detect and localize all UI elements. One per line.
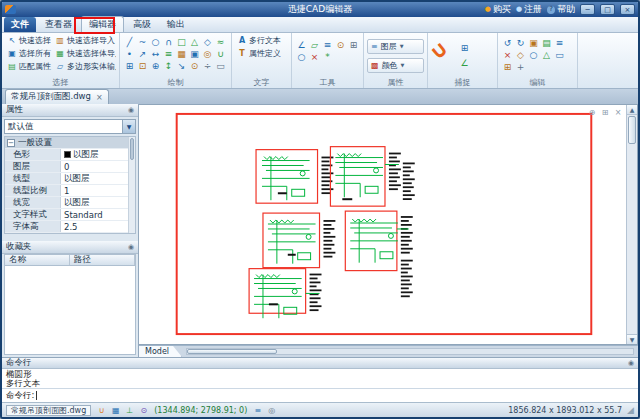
minimize-button[interactable]: ─ bbox=[580, 4, 595, 15]
command-history[interactable]: 椭圆形 多行文本 bbox=[2, 369, 638, 389]
cad-drawing[interactable] bbox=[139, 105, 626, 344]
extend-icon[interactable]: ▭ bbox=[553, 49, 566, 61]
tab-editor[interactable]: 编辑器 bbox=[81, 16, 124, 32]
rotate-icon[interactable]: ○ bbox=[527, 49, 540, 61]
xline-icon[interactable]: ↔ bbox=[149, 48, 162, 60]
help-button[interactable]: ? 帮助 bbox=[547, 3, 575, 16]
favorites-col-path[interactable]: 路径 bbox=[70, 255, 135, 265]
polyline-icon[interactable]: ~ bbox=[136, 36, 149, 48]
property-row-lineweight[interactable]: 线宽 以图层 bbox=[5, 197, 128, 209]
command-input[interactable]: 命令行: bbox=[2, 389, 638, 402]
vertical-scrollbar[interactable]: ▲ ▼ bbox=[626, 105, 637, 344]
erase-icon[interactable]: × bbox=[501, 49, 514, 61]
property-row-textstyle[interactable]: 文字样式 Standard bbox=[5, 209, 128, 221]
vertical-scroll-thumb[interactable] bbox=[628, 116, 636, 144]
hatch-icon[interactable]: ▦ bbox=[175, 48, 188, 60]
trim-icon[interactable]: △ bbox=[540, 49, 553, 61]
property-row-linetype[interactable]: 线型 以图层 bbox=[5, 173, 128, 185]
options-icon[interactable]: * bbox=[321, 51, 334, 63]
select-all-button[interactable]: ▣ 选择所有 bbox=[5, 47, 53, 60]
favorites-list[interactable] bbox=[4, 266, 136, 355]
circle-icon[interactable]: ○ bbox=[149, 36, 162, 48]
array-icon[interactable]: ≡ bbox=[553, 37, 566, 49]
area-icon[interactable]: ▱ bbox=[308, 39, 321, 51]
horizontal-scrollbar[interactable] bbox=[186, 348, 634, 355]
property-row-textheight[interactable]: 字体高 2.5 bbox=[5, 221, 128, 233]
purge-icon[interactable]: × bbox=[308, 51, 321, 63]
grid-status-icon[interactable]: ▦ bbox=[110, 405, 121, 416]
quick-select-button[interactable]: ↖ 快速选择 bbox=[5, 34, 53, 47]
dimension-icon[interactable]: ↕ bbox=[162, 60, 175, 72]
insert-icon[interactable]: ⊕ bbox=[149, 60, 162, 72]
mline-icon[interactable]: ≡ bbox=[162, 48, 175, 60]
leader-icon[interactable]: ↘ bbox=[175, 60, 188, 72]
preset-dropdown[interactable]: 默认值 ▼ bbox=[4, 119, 136, 134]
chevron-down-icon[interactable]: ▼ bbox=[122, 120, 135, 133]
ortho-status-icon[interactable]: ⊥ bbox=[124, 405, 135, 416]
match-properties-button[interactable]: ▤ 匹配属性 bbox=[5, 60, 53, 73]
favorites-col-name[interactable]: 名称 bbox=[5, 255, 70, 265]
maximize-button[interactable]: □ bbox=[600, 4, 615, 15]
id-point-icon[interactable]: ⊙ bbox=[334, 39, 347, 51]
scroll-down-icon[interactable]: ▼ bbox=[627, 334, 637, 344]
center-icon[interactable]: ⊙ bbox=[188, 60, 201, 72]
property-row-ltscale[interactable]: 线型比例 1 bbox=[5, 185, 128, 197]
color-dropdown[interactable]: ▩ 颜色 ▼ bbox=[367, 58, 424, 73]
ellipse-icon[interactable]: ◇ bbox=[201, 36, 214, 48]
tab-advanced[interactable]: 高级 bbox=[126, 17, 158, 32]
find-icon[interactable]: ○ bbox=[295, 51, 308, 63]
point-icon[interactable]: • bbox=[123, 48, 136, 60]
collapse-icon[interactable]: − bbox=[7, 139, 15, 147]
layer-dropdown[interactable]: ≡ 图层 ▼ bbox=[367, 39, 424, 54]
rectangle-icon[interactable]: □ bbox=[175, 36, 188, 48]
donut-icon[interactable]: ◎ bbox=[201, 48, 214, 60]
redo-icon[interactable]: ↻ bbox=[514, 37, 527, 49]
buy-button[interactable]: ● 购买 bbox=[485, 3, 511, 16]
register-button[interactable]: ● 注册 bbox=[516, 3, 542, 16]
horizontal-scroll-thumb[interactable] bbox=[187, 349, 277, 354]
drawing-canvas[interactable]: ⊕⊞× bbox=[139, 105, 626, 344]
revision-cloud-icon[interactable]: ∪ bbox=[214, 48, 227, 60]
pin-icon[interactable]: ◉ bbox=[128, 243, 134, 251]
mtext-button[interactable]: A 多行文本 bbox=[235, 34, 283, 47]
resize-grip[interactable]: ◢ bbox=[627, 405, 634, 415]
close-button[interactable]: × bbox=[620, 4, 635, 15]
fillet-icon[interactable]: ⊞ bbox=[501, 61, 514, 73]
pin-icon[interactable]: ◉ bbox=[628, 359, 634, 367]
measure-icon[interactable]: ∠ bbox=[295, 39, 308, 51]
table-icon[interactable]: ⊞ bbox=[123, 60, 136, 72]
arc-icon[interactable]: ∩ bbox=[162, 36, 175, 48]
close-view-icon[interactable]: × bbox=[613, 107, 623, 117]
quick-select-import-button[interactable]: ▥ 快速选择导入 bbox=[53, 34, 116, 47]
region-icon[interactable]: ▣ bbox=[188, 48, 201, 60]
offset-icon[interactable]: + bbox=[514, 61, 527, 73]
ray-icon[interactable]: ↗ bbox=[136, 48, 149, 60]
polygon-icon[interactable]: △ bbox=[188, 36, 201, 48]
divide-icon[interactable]: ÷ bbox=[201, 60, 214, 72]
document-tab[interactable]: 常规吊顶剖面图.dwg × bbox=[5, 89, 109, 104]
copy-icon[interactable]: ▣ bbox=[527, 37, 540, 49]
property-grid-scrollbar[interactable] bbox=[128, 137, 135, 233]
property-row-layer[interactable]: 图层 0 bbox=[5, 161, 128, 173]
spline-icon[interactable]: ≈ bbox=[214, 36, 227, 48]
mirror-icon[interactable]: ▤ bbox=[540, 37, 553, 49]
list-icon[interactable]: ≡ bbox=[321, 39, 334, 51]
quick-entity-import-button[interactable]: ▦ 快速选择体导入 bbox=[53, 47, 116, 60]
polygon-entity-input-button[interactable]: ▱ 多边形实体输入 bbox=[53, 60, 116, 73]
units-status-icon[interactable]: ≡ bbox=[252, 405, 263, 416]
attribute-define-button[interactable]: T 属性定义 bbox=[235, 47, 283, 60]
scroll-up-icon[interactable]: ▲ bbox=[627, 105, 637, 115]
pin-icon[interactable]: ◉ bbox=[128, 106, 134, 114]
document-close-icon[interactable]: × bbox=[96, 93, 103, 102]
tab-file[interactable]: 文件 bbox=[4, 17, 36, 32]
wipeout-icon[interactable]: ▭ bbox=[214, 60, 227, 72]
scale-icon[interactable]: ◇ bbox=[514, 49, 527, 61]
line-icon[interactable]: ╱ bbox=[123, 36, 136, 48]
block-icon[interactable]: ⊡ bbox=[136, 60, 149, 72]
calculator-icon[interactable]: ⊞ bbox=[347, 39, 360, 51]
grid-view-icon[interactable]: ⊞ bbox=[600, 107, 610, 117]
tab-model[interactable]: Model bbox=[139, 346, 182, 357]
tab-viewer[interactable]: 查看器 bbox=[38, 17, 79, 32]
zoom-extents-icon[interactable]: ⊕ bbox=[587, 107, 597, 117]
property-row-color[interactable]: 色彩 以图层 bbox=[5, 149, 128, 161]
